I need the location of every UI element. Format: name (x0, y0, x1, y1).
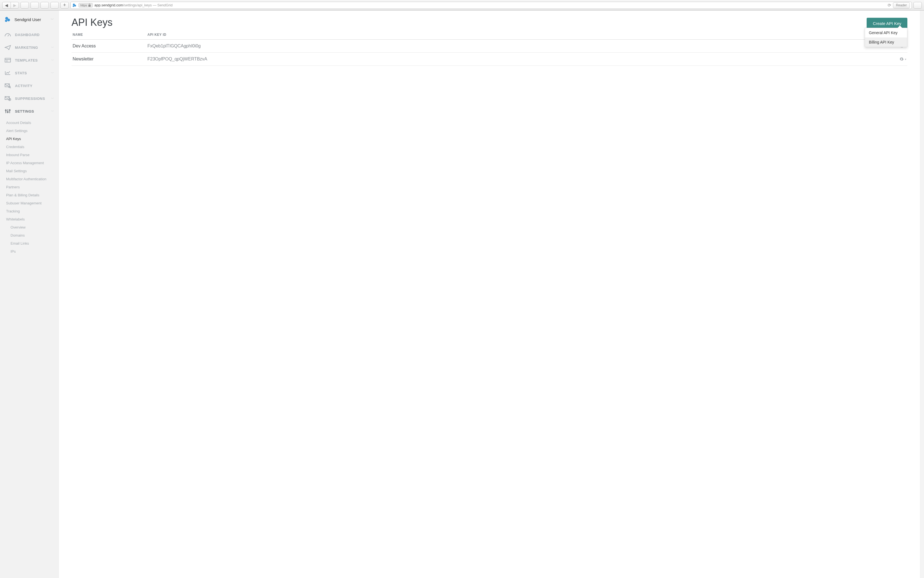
https-badge: https (78, 3, 93, 8)
svg-point-2 (73, 5, 74, 6)
url-text: app.sendgrid.com/settings/api_keys — Sen… (94, 3, 173, 7)
mail-blocked-icon (5, 96, 11, 101)
settings-child-api-keys[interactable]: API Keys (0, 135, 58, 143)
reader-button[interactable]: Reader (893, 2, 910, 8)
api-key-row: Dev Access FxQeb1plTIGQCAgphI0i0g ▾ (71, 40, 907, 53)
chevron-down-icon: ﹀ (51, 17, 54, 22)
nav-back-button[interactable]: ◀ (2, 2, 11, 8)
paper-plane-icon (5, 45, 11, 50)
settings-gear-button[interactable] (913, 2, 922, 8)
url-host: app.sendgrid.com (94, 3, 123, 7)
vertical-scrollbar[interactable] (920, 11, 924, 578)
settings-child-account-details[interactable]: Account Details (0, 119, 58, 127)
settings-child-tracking[interactable]: Tracking (0, 207, 58, 215)
sidebar-item-templates[interactable]: TEMPLATES ﹀ (0, 54, 58, 67)
sidebar-item-stats[interactable]: STATS ﹀ (0, 67, 58, 80)
whitelabels-child-email-links[interactable]: Email Links (0, 239, 58, 247)
svg-point-7 (5, 20, 7, 22)
dashboard-icon (5, 32, 11, 37)
sidebar-item-suppressions[interactable]: SUPPRESSIONS ﹀ (0, 92, 58, 105)
site-favicon-icon (72, 3, 77, 8)
chevron-down-icon: ﹀ (51, 71, 54, 75)
sidebar-item-activity[interactable]: ACTIVITY (0, 80, 58, 92)
reload-icon[interactable]: ⟳ (888, 3, 891, 8)
sliders-icon (5, 109, 11, 114)
sidebar-item-label: MARKETING (15, 45, 38, 50)
layout-icon (5, 58, 11, 63)
settings-submenu: Account Details Alert Settings API Keys … (0, 118, 58, 257)
chevron-down-icon: ﹀ (51, 96, 54, 101)
settings-child-alert-settings[interactable]: Alert Settings (0, 127, 58, 135)
url-title-suffix: — SendGrid (152, 3, 173, 7)
settings-child-partners[interactable]: Partners (0, 183, 58, 191)
app-root: Sendgrid User ﹀ DASHBOARD MARKETING ﹀ TE… (0, 11, 924, 578)
chevron-down-icon: ﹀ (51, 109, 54, 114)
svg-point-15 (9, 110, 10, 110)
sidebar: Sendgrid User ﹀ DASHBOARD MARKETING ﹀ TE… (0, 11, 59, 578)
icloud-tabs-button[interactable] (21, 2, 29, 8)
reading-list-button[interactable] (40, 2, 49, 8)
sidebar-item-label: STATS (15, 71, 27, 75)
settings-child-inbound-parse[interactable]: Inbound Parse (0, 151, 58, 159)
sidebar-item-label: DASHBOARD (15, 33, 40, 37)
mail-search-icon (5, 83, 11, 88)
nav-forward-button[interactable]: ▶ (11, 2, 19, 8)
chevron-down-icon: ﹀ (51, 45, 54, 50)
dropdown-item-general-api-key[interactable]: General API Key (865, 28, 907, 37)
share-button[interactable] (31, 2, 39, 8)
whitelabels-child-ips[interactable]: IPs (0, 247, 58, 255)
create-api-key-dropdown: General API Key Billing API Key (865, 28, 907, 47)
user-display-name: Sendgrid User (15, 17, 41, 22)
sendgrid-logo-icon (5, 16, 11, 23)
address-bar[interactable]: https app.sendgrid.com/settings/api_keys… (70, 2, 912, 9)
api-key-name: Dev Access (73, 44, 147, 49)
sidebar-item-label: TEMPLATES (15, 58, 38, 62)
settings-child-ip-access-management[interactable]: IP Access Management (0, 159, 58, 167)
settings-child-plan-billing[interactable]: Plan & Billing Details (0, 191, 58, 199)
sidebar-item-dashboard[interactable]: DASHBOARD (0, 28, 58, 41)
browser-toolbar: ◀ ▶ + https app.sendgrid.com (0, 0, 924, 11)
chart-icon (5, 70, 11, 75)
settings-child-whitelabels[interactable]: Whitelabels (0, 215, 58, 223)
sidebar-item-marketing[interactable]: MARKETING ﹀ (0, 41, 58, 54)
api-key-actions[interactable]: ▾ (873, 57, 906, 62)
gear-icon (899, 57, 904, 61)
lock-icon (88, 3, 91, 7)
page-title: API Keys (71, 17, 907, 28)
svg-point-1 (74, 5, 76, 6)
settings-child-multifactor-authentication[interactable]: Multifactor Authentication (0, 175, 58, 183)
caret-down-icon: ▾ (905, 58, 906, 61)
column-header-keyid: API KEY ID (147, 33, 873, 37)
whitelabels-child-domains[interactable]: Domains (0, 231, 58, 239)
dropdown-item-billing-api-key[interactable]: Billing API Key (865, 37, 907, 47)
sidebar-item-label: ACTIVITY (15, 84, 32, 88)
api-key-row: Newsletter F23OpfPOQ_qpQjWERTBzvA ▾ (71, 53, 907, 66)
api-key-id: FxQeb1plTIGQCAgphI0i0g (147, 44, 873, 49)
new-tab-button[interactable]: + (60, 2, 69, 8)
extensions-button[interactable] (50, 2, 59, 8)
svg-rect-3 (88, 5, 91, 6)
api-key-id: F23OpfPOQ_qpQjWERTBzvA (147, 57, 873, 62)
user-menu[interactable]: Sendgrid User ﹀ (0, 11, 58, 28)
api-key-name: Newsletter (73, 57, 147, 62)
svg-point-6 (7, 19, 10, 21)
sidebar-item-label: SETTINGS (15, 109, 34, 114)
nav-back-forward-group: ◀ ▶ (2, 2, 19, 8)
chevron-down-icon: ﹀ (51, 58, 54, 62)
api-keys-table-header: NAME API KEY ID ACTION (71, 30, 907, 40)
sidebar-item-settings[interactable]: SETTINGS ﹀ (0, 105, 58, 118)
settings-child-credentials[interactable]: Credentials (0, 143, 58, 151)
whitelabels-child-overview[interactable]: Overview (0, 223, 58, 231)
sidebar-item-label: SUPPRESSIONS (15, 96, 45, 101)
settings-child-subuser-management[interactable]: Subuser Management (0, 199, 58, 207)
svg-rect-8 (5, 58, 11, 62)
svg-point-13 (5, 110, 6, 111)
svg-point-14 (7, 112, 8, 113)
scheme-label: https (80, 3, 87, 7)
settings-child-mail-settings[interactable]: Mail Settings (0, 167, 58, 175)
url-path: /settings/api_keys (123, 3, 152, 7)
column-header-name: NAME (73, 33, 147, 37)
main-content: API Keys Create API Key General API Key … (59, 11, 920, 578)
